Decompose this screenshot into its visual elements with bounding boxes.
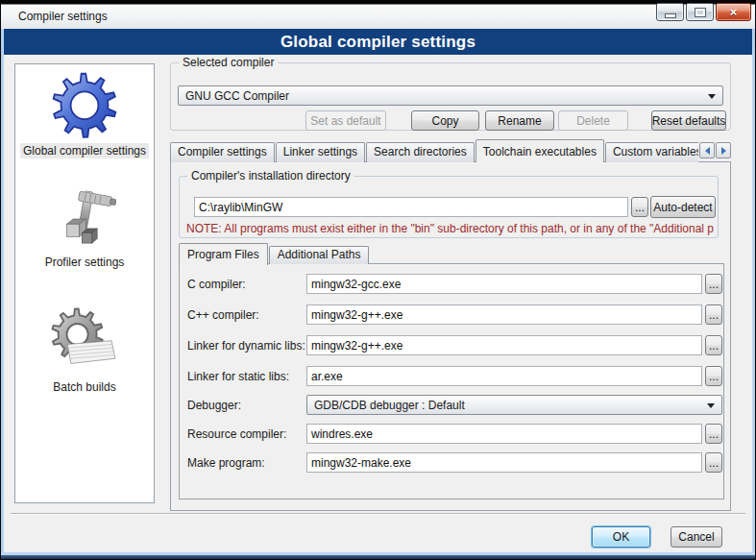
cpp-compiler-browse-button[interactable]: ... xyxy=(705,304,722,325)
resource-compiler-input[interactable] xyxy=(306,424,702,444)
field-row-debugger: Debugger: GDB/CDB debugger : Default xyxy=(180,395,723,416)
minimize-button[interactable] xyxy=(656,3,684,21)
cpp-compiler-label: C++ compiler: xyxy=(187,308,259,322)
window-border-left xyxy=(1,29,4,559)
window-border-right xyxy=(752,29,755,559)
linker-static-label: Linker for static libs: xyxy=(187,370,289,383)
tab-toolchain-executables[interactable]: Toolchain executables xyxy=(476,139,604,162)
window-title: Compiler settings xyxy=(18,10,108,23)
linker-static-input[interactable] xyxy=(306,366,702,386)
close-button[interactable]: × xyxy=(716,3,751,21)
selected-compiler-group: Selected compiler GNU GCC Compiler Set a… xyxy=(170,62,731,131)
settings-category-list: Global compiler settings xyxy=(14,63,155,503)
resource-compiler-label: Resource compiler: xyxy=(187,427,286,441)
chevron-down-icon xyxy=(707,403,715,408)
dialog-header: Global compiler settings xyxy=(4,29,752,55)
linker-static-browse-button[interactable]: ... xyxy=(705,366,722,386)
left-arrow-icon xyxy=(705,147,710,155)
footer-separator xyxy=(11,513,745,515)
dialog-header-title: Global compiler settings xyxy=(280,33,476,52)
linker-dynamic-input[interactable] xyxy=(306,335,702,355)
sidebar-item-global-compiler-settings[interactable]: Global compiler settings xyxy=(20,70,149,158)
window-border-bottom xyxy=(1,552,755,559)
toolchain-executables-panel: Compiler's installation directory ... Au… xyxy=(170,161,731,511)
debugger-select-value: GDB/CDB debugger : Default xyxy=(314,399,465,412)
reset-defaults-button[interactable]: Reset defaults xyxy=(651,110,726,131)
close-icon: × xyxy=(730,5,738,20)
field-row-linker-static: Linker for static libs: ... xyxy=(180,366,723,387)
caliper-icon xyxy=(53,187,116,251)
subtab-program-files[interactable]: Program Files xyxy=(179,243,268,265)
rename-button[interactable]: Rename xyxy=(485,110,554,131)
maximize-icon xyxy=(695,8,706,17)
compiler-settings-window: Compiler settings × Global compiler sett… xyxy=(0,0,756,560)
make-program-input[interactable] xyxy=(306,452,702,473)
auto-detect-button[interactable]: Auto-detect xyxy=(650,196,716,218)
set-as-default-button[interactable]: Set as default xyxy=(305,110,386,131)
installation-directory-input[interactable] xyxy=(194,197,628,217)
tab-linker-settings[interactable]: Linker settings xyxy=(276,142,365,162)
tab-scroll-left-button[interactable] xyxy=(699,142,715,158)
field-row-make-program: Make program: ... xyxy=(180,452,723,474)
gear-stack-icon xyxy=(49,304,120,376)
tab-compiler-settings[interactable]: Compiler settings xyxy=(170,142,275,162)
chevron-down-icon xyxy=(708,94,716,99)
field-row-linker-dynamic: Linker for dynamic libs: ... xyxy=(180,335,723,356)
compiler-select[interactable]: GNU GCC Compiler xyxy=(178,85,723,106)
installation-directory-legend: Compiler's installation directory xyxy=(187,169,354,183)
sidebar-item-label: Profiler settings xyxy=(42,255,128,270)
make-program-label: Make program: xyxy=(187,456,265,470)
debugger-select[interactable]: GDB/CDB debugger : Default xyxy=(306,395,722,415)
selected-compiler-legend: Selected compiler xyxy=(179,56,278,69)
resource-compiler-browse-button[interactable]: ... xyxy=(705,424,722,444)
tab-search-directories[interactable]: Search directories xyxy=(366,142,475,162)
program-files-subtab-strip: Program Files Additional Paths xyxy=(179,243,370,264)
tab-custom-variables[interactable]: Custom variables xyxy=(605,142,698,162)
delete-button[interactable]: Delete xyxy=(558,110,628,131)
tab-scroll-right-button[interactable] xyxy=(716,142,731,158)
cpp-compiler-input[interactable] xyxy=(306,304,702,325)
tab-scroll-buttons xyxy=(698,142,731,158)
field-row-resource-compiler: Resource compiler: ... xyxy=(180,424,723,445)
program-files-panel: C compiler: ... C++ compiler: ... Linker… xyxy=(179,263,724,499)
debugger-label: Debugger: xyxy=(187,399,241,412)
c-compiler-label: C compiler: xyxy=(187,278,246,291)
field-row-c-compiler: C compiler: ... xyxy=(180,274,723,295)
sidebar-item-label: Batch builds xyxy=(50,379,118,395)
installation-directory-browse-button[interactable]: ... xyxy=(631,197,648,217)
settings-tab-strip: Compiler settings Linker settings Search… xyxy=(170,139,698,162)
maximize-button[interactable] xyxy=(686,3,714,21)
make-program-browse-button[interactable]: ... xyxy=(705,452,722,473)
compiler-select-value: GNU GCC Compiler xyxy=(185,89,289,103)
sidebar-item-batch-builds[interactable]: Batch builds xyxy=(49,304,120,395)
right-arrow-icon xyxy=(721,147,726,155)
subtab-additional-paths[interactable]: Additional Paths xyxy=(269,246,370,264)
sidebar-item-profiler-settings[interactable]: Profiler settings xyxy=(42,187,128,270)
c-compiler-input[interactable] xyxy=(306,274,702,294)
installation-note: NOTE: All programs must exist either in … xyxy=(186,222,714,235)
caption-buttons: × xyxy=(656,3,751,21)
field-row-cpp-compiler: C++ compiler: ... xyxy=(180,304,723,326)
c-compiler-browse-button[interactable]: ... xyxy=(705,274,722,294)
linker-dynamic-browse-button[interactable]: ... xyxy=(705,335,722,355)
cancel-button[interactable]: Cancel xyxy=(671,526,722,548)
sidebar-item-label: Global compiler settings xyxy=(20,143,149,158)
ok-button[interactable]: OK xyxy=(592,526,650,548)
installation-directory-group: Compiler's installation directory ... Au… xyxy=(179,176,719,238)
linker-dynamic-label: Linker for dynamic libs: xyxy=(187,339,305,353)
copy-button[interactable]: Copy xyxy=(411,110,479,131)
blue-gear-icon xyxy=(50,70,119,139)
titlebar[interactable]: Compiler settings × xyxy=(1,1,755,29)
minimize-icon xyxy=(665,13,676,18)
